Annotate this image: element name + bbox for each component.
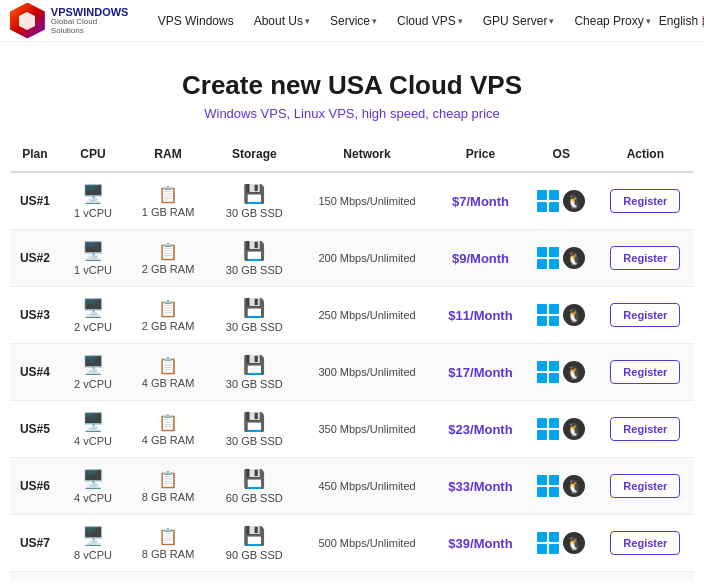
table-row: US#4🖥️2 vCPU📋4 GB RAM💾30 GB SSD300 Mbps/…	[10, 344, 694, 401]
cell-price: $23/Month	[435, 401, 525, 458]
table-row: US#6🖥️4 vCPU📋8 GB RAM💾60 GB SSD450 Mbps/…	[10, 458, 694, 515]
cell-os: 🐧	[526, 287, 597, 344]
cell-network: 600 Mbps/Unlimited	[299, 572, 436, 582]
nav-item-service[interactable]: Service ▾	[322, 10, 385, 32]
table-row: US#5🖥️4 vCPU📋4 GB RAM💾30 GB SSD350 Mbps/…	[10, 401, 694, 458]
ram-icon: 📋	[132, 242, 204, 261]
register-button[interactable]: Register	[610, 474, 680, 498]
nav-item-cloud-vps[interactable]: Cloud VPS ▾	[389, 10, 471, 32]
nav-item-vps-windows[interactable]: VPS Windows	[150, 10, 242, 32]
nav-links: VPS Windows About Us ▾ Service ▾ Cloud V…	[150, 10, 659, 32]
nav-item-gpu-server[interactable]: GPU Server ▾	[475, 10, 563, 32]
cell-action: Register	[597, 572, 694, 582]
vps-table: Plan CPU RAM Storage Network Price OS Ac…	[10, 137, 694, 581]
cell-plan: US#7	[10, 515, 60, 572]
cell-os: 🐧	[526, 172, 597, 230]
register-button[interactable]: Register	[610, 417, 680, 441]
cell-price: $56/Month	[435, 572, 525, 582]
linux-icon: 🐧	[563, 418, 585, 440]
linux-icon: 🐧	[563, 190, 585, 212]
cell-price: $17/Month	[435, 344, 525, 401]
ssd-icon: 💾	[216, 354, 293, 376]
ssd-icon: 💾	[216, 468, 293, 490]
register-button[interactable]: Register	[610, 360, 680, 384]
table-row: US#8🖥️8 vCPU📋16 GB RAM💾90 GB SSD600 Mbps…	[10, 572, 694, 582]
ssd-icon: 💾	[216, 240, 293, 262]
cell-network: 500 Mbps/Unlimited	[299, 515, 436, 572]
register-button[interactable]: Register	[610, 531, 680, 555]
cell-plan: US#4	[10, 344, 60, 401]
cell-action: Register	[597, 344, 694, 401]
cell-storage: 💾30 GB SSD	[210, 344, 299, 401]
cell-action: Register	[597, 230, 694, 287]
cell-os: 🐧	[526, 458, 597, 515]
cell-os: 🐧	[526, 572, 597, 582]
cpu-icon: 🖥️	[66, 525, 120, 547]
cell-storage: 💾30 GB SSD	[210, 230, 299, 287]
nav-item-about[interactable]: About Us ▾	[246, 10, 318, 32]
linux-icon: 🐧	[563, 532, 585, 554]
nav-right: English 🇬🇧 🔍	[659, 11, 704, 30]
logo[interactable]: VPSWINDOWS Global Cloud Solutions	[10, 3, 130, 39]
windows-icon	[537, 475, 559, 497]
cell-storage: 💾90 GB SSD	[210, 515, 299, 572]
cpu-icon: 🖥️	[66, 468, 120, 490]
table-row: US#1🖥️1 vCPU📋1 GB RAM💾30 GB SSD150 Mbps/…	[10, 172, 694, 230]
windows-icon	[537, 190, 559, 212]
col-price: Price	[435, 137, 525, 172]
hero-section: Create new USA Cloud VPS Windows VPS, Li…	[0, 42, 704, 137]
linux-icon: 🐧	[563, 475, 585, 497]
register-button[interactable]: Register	[610, 246, 680, 270]
col-ram: RAM	[126, 137, 210, 172]
cell-os: 🐧	[526, 230, 597, 287]
windows-icon	[537, 247, 559, 269]
windows-icon	[537, 361, 559, 383]
windows-icon	[537, 304, 559, 326]
col-os: OS	[526, 137, 597, 172]
cell-os: 🐧	[526, 344, 597, 401]
logo-icon	[10, 3, 45, 39]
cell-plan: US#2	[10, 230, 60, 287]
cell-ram: 📋16 GB RAM	[126, 572, 210, 582]
cpu-icon: 🖥️	[66, 297, 120, 319]
cell-network: 200 Mbps/Unlimited	[299, 230, 436, 287]
ram-icon: 📋	[132, 413, 204, 432]
logo-text: VPSWINDOWS Global Cloud Solutions	[51, 6, 130, 36]
cell-plan: US#5	[10, 401, 60, 458]
cell-network: 150 Mbps/Unlimited	[299, 172, 436, 230]
cell-plan: US#8	[10, 572, 60, 582]
register-button[interactable]: Register	[610, 303, 680, 327]
cell-cpu: 🖥️2 vCPU	[60, 287, 126, 344]
cell-storage: 💾30 GB SSD	[210, 172, 299, 230]
linux-icon: 🐧	[563, 304, 585, 326]
cell-ram: 📋4 GB RAM	[126, 344, 210, 401]
register-button[interactable]: Register	[610, 189, 680, 213]
cell-cpu: 🖥️2 vCPU	[60, 344, 126, 401]
cell-price: $9/Month	[435, 230, 525, 287]
cell-price: $7/Month	[435, 172, 525, 230]
page-title: Create new USA Cloud VPS	[10, 70, 694, 101]
linux-icon: 🐧	[563, 247, 585, 269]
cell-network: 450 Mbps/Unlimited	[299, 458, 436, 515]
cell-plan: US#1	[10, 172, 60, 230]
language-selector[interactable]: English 🇬🇧	[659, 13, 704, 29]
nav-item-cheap-proxy[interactable]: Cheap Proxy ▾	[566, 10, 658, 32]
vps-table-container: Plan CPU RAM Storage Network Price OS Ac…	[0, 137, 704, 581]
cell-price: $33/Month	[435, 458, 525, 515]
cell-plan: US#6	[10, 458, 60, 515]
navbar: VPSWINDOWS Global Cloud Solutions VPS Wi…	[0, 0, 704, 42]
cell-action: Register	[597, 458, 694, 515]
ram-icon: 📋	[132, 356, 204, 375]
ram-icon: 📋	[132, 470, 204, 489]
cell-network: 250 Mbps/Unlimited	[299, 287, 436, 344]
cell-os: 🐧	[526, 401, 597, 458]
cpu-icon: 🖥️	[66, 183, 120, 205]
cell-price: $11/Month	[435, 287, 525, 344]
ram-icon: 📋	[132, 185, 204, 204]
table-header-row: Plan CPU RAM Storage Network Price OS Ac…	[10, 137, 694, 172]
cell-plan: US#3	[10, 287, 60, 344]
cell-cpu: 🖥️8 vCPU	[60, 572, 126, 582]
cell-network: 350 Mbps/Unlimited	[299, 401, 436, 458]
table-row: US#7🖥️8 vCPU📋8 GB RAM💾90 GB SSD500 Mbps/…	[10, 515, 694, 572]
cell-action: Register	[597, 287, 694, 344]
